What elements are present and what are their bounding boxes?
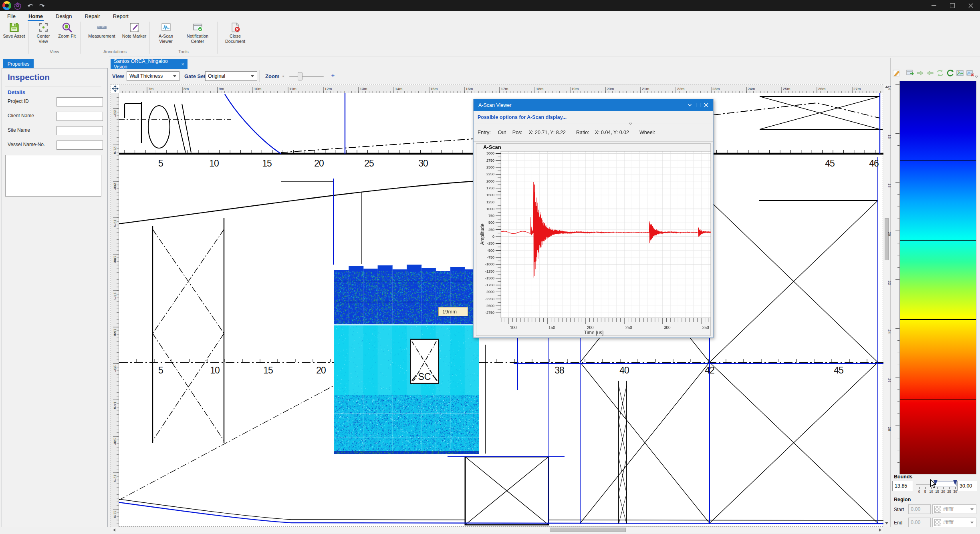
bounds-max-input[interactable] [957, 481, 977, 491]
redo-icon[interactable] [38, 2, 46, 11]
svg-text:13m: 13m [360, 86, 367, 91]
y-axis-label: Amplitude [480, 210, 485, 258]
region-end-input[interactable] [908, 518, 931, 527]
zoom-in-button[interactable]: + [330, 72, 336, 78]
svg-text:2500: 2500 [486, 165, 494, 169]
svg-text:22m: 22m [113, 110, 117, 118]
menu-item-design[interactable]: Design [50, 12, 77, 20]
ribbon-button-label: Measurement [88, 34, 115, 39]
svg-text:750: 750 [488, 214, 494, 218]
drawing-canvas[interactable]: 7m8m9m10m11m12m13m14m15m16m17m18m19m20m2… [111, 84, 883, 527]
maximize-button[interactable] [943, 0, 962, 11]
svg-text:8m: 8m [183, 86, 189, 91]
project-id-field[interactable] [56, 97, 103, 106]
save-icon [9, 22, 20, 33]
svg-text:25m: 25m [783, 86, 790, 91]
svg-text:16m: 16m [466, 86, 473, 91]
colorbar-gradient[interactable] [899, 81, 976, 474]
bounds-tick [949, 487, 950, 489]
vessel-name-no--field[interactable] [56, 141, 103, 150]
note-marker-icon [129, 22, 140, 33]
gate-set-select[interactable]: Original [205, 71, 257, 81]
measurement-button[interactable]: Measurement [83, 21, 121, 39]
colorbar-scale-label: 20 [887, 232, 892, 236]
scroll-right-icon[interactable] [879, 528, 881, 532]
svg-text:150: 150 [548, 325, 555, 330]
wall-thickness-heatmap[interactable] [334, 265, 479, 454]
site-name-field[interactable] [56, 126, 103, 135]
close-document-button[interactable]: Close Document [220, 21, 251, 44]
vertical-scroll-thumb[interactable] [885, 218, 889, 260]
chart-title: A-Scan [483, 144, 501, 150]
zoom-fit-button[interactable]: Zoom Fit [56, 21, 78, 44]
notes-box[interactable] [5, 155, 101, 197]
bounds-tick [937, 487, 938, 489]
refresh-icon[interactable] [936, 69, 944, 77]
settings-gear-icon[interactable] [14, 1, 22, 10]
forward-arrow-icon[interactable] [916, 69, 924, 77]
svg-text:-2750: -2750 [485, 311, 494, 315]
menu-item-report[interactable]: Report [107, 12, 134, 20]
scroll-left-icon[interactable] [113, 528, 115, 532]
move-cursor-icon [112, 85, 119, 92]
bounds-max-handle[interactable] [953, 480, 957, 485]
zoom-slider-thumb[interactable] [298, 72, 302, 80]
scroll-down-icon[interactable] [885, 522, 888, 524]
svg-text:26m: 26m [818, 86, 826, 91]
region-start-input[interactable] [908, 504, 931, 514]
image-remove-icon[interactable] [966, 69, 974, 77]
svg-text:21m: 21m [642, 86, 649, 91]
ribbon-button-label: Center View [32, 34, 55, 44]
tab-close-icon[interactable]: × [181, 61, 184, 67]
ribbon-group-tools: A-Scan ViewerNotification CenterTools [152, 21, 215, 54]
ribbon-separator [28, 22, 29, 54]
zoom-slider-track[interactable] [289, 76, 324, 77]
svg-text:22m: 22m [677, 86, 685, 91]
notification-center-button[interactable]: Notification Center [180, 21, 215, 44]
menu-item-home[interactable]: Home [23, 12, 48, 20]
svg-text:20m: 20m [113, 183, 117, 191]
zoom-out-button[interactable]: - [280, 72, 286, 79]
image-add-icon[interactable] [956, 69, 964, 77]
region-end-color-select[interactable]: #ffffff [932, 518, 976, 527]
menu-item-repair[interactable]: Repair [79, 12, 106, 20]
svg-text:1000: 1000 [486, 207, 494, 211]
ascan-viewer-window[interactable]: A-Scan Viewer Possible options for A-Sca… [473, 99, 714, 338]
project-id-label: Project ID [8, 98, 29, 104]
tab-properties[interactable]: Properties [3, 59, 34, 68]
toolbar-overflow-icon[interactable] [974, 73, 978, 80]
canvas-vertical-scrollbar[interactable] [884, 84, 889, 527]
undo-icon[interactable] [26, 2, 34, 11]
chevron-down-icon [251, 75, 254, 77]
view-select[interactable]: Wall Thickness [127, 71, 179, 81]
rotate-icon[interactable] [946, 69, 954, 77]
client-name-field[interactable] [56, 112, 103, 121]
colorbar-scale-label: 28 [887, 427, 892, 431]
ribbon-button-label: Notification Center [181, 34, 214, 44]
colorbar-tick [895, 84, 899, 85]
export-window-icon[interactable] [906, 69, 914, 77]
svg-text:10: 10 [209, 158, 219, 169]
colorbar-scale-label: 16 [887, 135, 892, 139]
toolbar-separator [904, 69, 904, 77]
minimize-button[interactable] [925, 0, 943, 11]
svg-text:10m: 10m [254, 86, 262, 91]
bounds-tick-label: 15 [935, 490, 939, 494]
save-asset-button[interactable]: Save Asset [2, 21, 26, 39]
svg-text:2250: 2250 [486, 172, 494, 176]
back-arrow-icon[interactable] [926, 69, 934, 77]
colorbar-tick [895, 328, 899, 329]
canvas-horizontal-scrollbar[interactable] [111, 527, 883, 533]
edit-icon[interactable] [892, 69, 901, 77]
a-scan-viewer-button[interactable]: A-Scan Viewer [152, 21, 180, 44]
horizontal-scroll-thumb[interactable] [550, 528, 626, 532]
center-view-button[interactable]: Center View [31, 21, 56, 44]
color-swatch [934, 519, 941, 526]
region-start-color-select[interactable]: #ffffff [932, 504, 976, 514]
view-select-value: Wall Thickness [129, 73, 163, 79]
menu-item-file[interactable]: File [2, 12, 21, 20]
tab-document[interactable]: Santos ORCA_Ningaloo Vision × [111, 59, 188, 69]
note-marker-button[interactable]: Note Marker [121, 21, 147, 39]
close-button[interactable] [962, 0, 980, 11]
svg-text:500: 500 [488, 221, 494, 225]
